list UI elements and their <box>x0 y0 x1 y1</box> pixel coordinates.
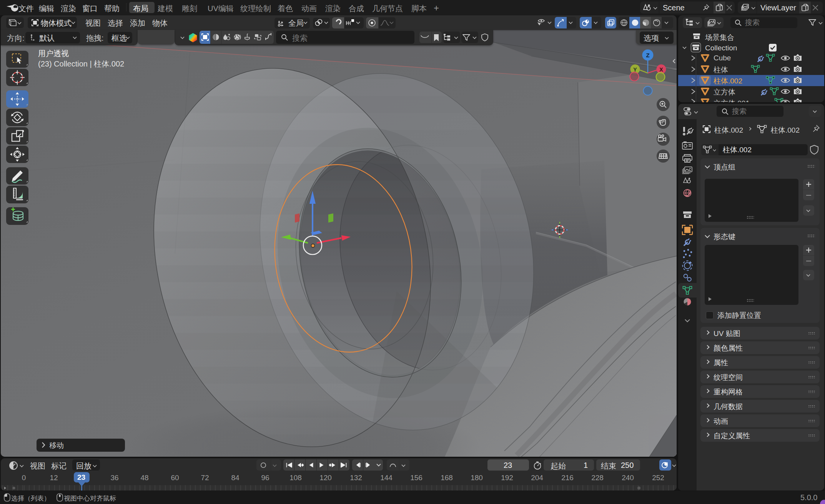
svg-text:(23) Collection | 柱体.002: (23) Collection | 柱体.002 <box>38 60 124 68</box>
svg-text:Z: Z <box>646 52 649 58</box>
svg-text:移动: 移动 <box>49 441 64 449</box>
svg-text:X: X <box>659 67 663 73</box>
svg-text:用户透视: 用户透视 <box>38 49 69 58</box>
